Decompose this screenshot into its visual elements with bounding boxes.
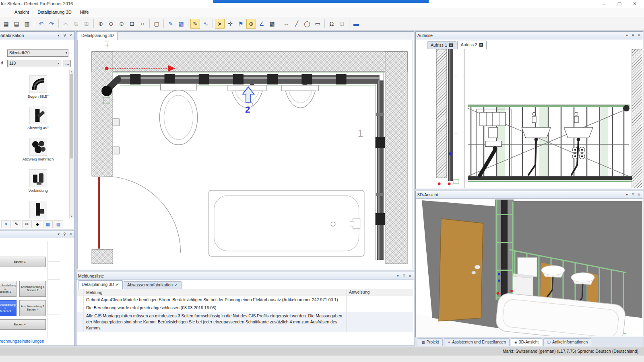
text-field-tool-icon[interactable]: ▬ [351, 19, 361, 29]
panel-pin-icon[interactable]: ⚲ [62, 32, 68, 39]
lock-closed-icon[interactable]: Ω [327, 19, 336, 29]
report-icon[interactable]: ▥ [22, 19, 32, 29]
menu-hilfe[interactable]: Hilfe [76, 8, 93, 16]
elevation-viewport[interactable] [416, 49, 642, 188]
panel-pin-icon[interactable]: ⚲ [401, 272, 407, 280]
close-button[interactable]: ✕ [629, 0, 641, 7]
draw-icon[interactable]: ✎ [12, 220, 21, 228]
panel-pin-icon[interactable]: ⚲ [630, 32, 636, 39]
annotate-icon[interactable]: ✏ [22, 220, 32, 228]
chevron-down-icon: ▾ [66, 50, 67, 56]
minimize-button[interactable]: – [598, 0, 610, 7]
edit-tool-icon[interactable]: ✎ [190, 19, 200, 29]
part-icon[interactable]: ◆ [33, 220, 42, 228]
line-tool-icon[interactable]: ╱ [292, 19, 301, 29]
flag-tool-icon[interactable]: ⚑ [236, 19, 246, 29]
zoom-fit-icon[interactable]: ⊡ [127, 19, 137, 29]
panel-close-icon[interactable]: ✕ [68, 32, 74, 39]
zoom-previous-icon[interactable]: ○ [138, 19, 147, 29]
tab-3d-ansicht[interactable]: ◈3D-Ansicht [511, 338, 542, 346]
tab-aufriss-2[interactable]: Aufriss 2✕ [457, 41, 487, 49]
zoom-window-icon[interactable]: ⊙ [117, 19, 126, 29]
table-row[interactable]: Geberit AquaClean Modelle benötigen Stro… [77, 296, 413, 304]
panel-close-icon[interactable]: ✕ [636, 32, 642, 39]
schematic-node[interactable]: Becken 1 [0, 257, 46, 267]
schematic-node[interactable]: Anschlussleitung 1Becken 2 [19, 281, 46, 297]
list-item[interactable]: Abzweig 45° [17, 107, 59, 130]
list-item[interactable]: Abzweig mehrfach [17, 138, 59, 161]
table-row[interactable]: Die Berechnung wurde erfolgreich abgesch… [77, 304, 413, 312]
scroll-up-icon[interactable]: ▲ [70, 70, 74, 74]
zoom-selection-icon[interactable]: ⊕ [246, 19, 256, 29]
pipe-system-dropdown[interactable]: Silent-db20▾ [7, 49, 68, 57]
ellipse-tool-icon[interactable]: ◯ [302, 19, 312, 29]
list-item[interactable]: Bogen 88.5° [17, 75, 59, 99]
diameter-dropdown[interactable]: 110▾ [7, 60, 60, 67]
close-tab-icon[interactable]: ✕ [479, 43, 483, 47]
paste-icon[interactable]: ⊞ [82, 19, 91, 29]
selection-marquee-icon[interactable]: ▢ [152, 19, 161, 29]
browse-button[interactable]: … [64, 60, 71, 67]
move-tool-icon[interactable]: ✛ [225, 19, 235, 29]
project-icon: ▦ [421, 340, 425, 344]
zoom-out-icon[interactable]: ⊖ [106, 19, 116, 29]
pointer-tool-icon[interactable]: ➤ [215, 19, 225, 29]
close-tab-icon[interactable]: ✕ [449, 43, 453, 47]
tab-assistenten-und-einstellungen[interactable]: ✦Assistenten und Einstellungen [444, 338, 510, 346]
panel-menu-icon[interactable]: ▾ [624, 32, 630, 39]
tab-aufriss-1[interactable]: Aufriss 1✕ [427, 41, 456, 49]
plan-canvas[interactable]: 2 1 [77, 40, 413, 269]
menu-detailplanung-3d[interactable]: Detailplanung 3D [34, 8, 75, 16]
redo-icon[interactable]: ↷ [47, 19, 56, 29]
panel-menu-icon[interactable]: ▾ [624, 191, 630, 198]
scroll-down-icon[interactable]: ▼ [70, 214, 74, 218]
messages-tab-detailplanung[interactable]: Detailplanung 3D✔ [78, 280, 123, 289]
rectangle-tool-icon[interactable]: ▭ [313, 19, 322, 29]
panel-menu-icon[interactable]: ▾ [395, 272, 401, 280]
schematic-node[interactable]: Anschlussleitung 1Becken 1 [0, 281, 17, 297]
status-market-language: Markt: Switzerland (german) (L17.7.75) S… [503, 349, 638, 354]
schematic-node[interactable]: Becken 4 [0, 319, 46, 330]
dimension-tool-icon[interactable]: ↔ [281, 19, 291, 29]
redline-icon[interactable]: ✎ [166, 19, 175, 29]
connect-tool-icon[interactable]: ∿ [201, 19, 211, 29]
group-tool-icon[interactable]: ▩ [267, 19, 277, 29]
measure-tool-icon[interactable]: ∠ [257, 19, 266, 29]
save-icon[interactable]: ▦ [1, 19, 11, 29]
panel-close-icon[interactable]: ✕ [636, 191, 642, 198]
panel-close-icon[interactable]: ✕ [68, 230, 74, 238]
panel-close-icon[interactable]: ✕ [407, 272, 413, 280]
cut-icon[interactable]: ✂ [61, 19, 70, 29]
zoom-in-icon[interactable]: ⊕ [96, 19, 105, 29]
list-item[interactable]: Verbindung [17, 169, 59, 193]
panel-menu-icon[interactable]: ▾ [56, 230, 62, 238]
list-item[interactable] [17, 201, 59, 218]
table-row[interactable]: Alle GIS Montageplatten müssen an mindes… [77, 312, 413, 332]
tab-projekt[interactable]: ▦Projekt [418, 338, 443, 346]
scrollbar-thumb[interactable] [70, 74, 73, 158]
panel-pin-icon[interactable]: ⚲ [630, 191, 636, 198]
list-icon[interactable]: ▤ [54, 220, 63, 228]
copy-icon[interactable]: ⧉ [71, 19, 81, 29]
print-icon[interactable]: ▤ [12, 19, 21, 29]
3d-viewport[interactable] [416, 199, 642, 336]
tab-detailplanung-3d[interactable]: Detailplanung 3D [78, 31, 118, 40]
messages-tab-abwasserrohrfabrikation[interactable]: Abwasserrohrfabrikation✔ [124, 281, 182, 289]
menu-ansicht[interactable]: Ansicht [11, 8, 33, 16]
schematic-node[interactable]: Anschlussleitung 1Becken 4 [19, 300, 46, 316]
lock-open-icon[interactable]: Ω [337, 19, 347, 29]
grid-icon[interactable]: ▦ [43, 220, 53, 228]
filter-icon[interactable]: ▾ [1, 220, 11, 228]
catalog-panel-title: Abwasserrohrfabrikation [0, 32, 24, 39]
undo-icon[interactable]: ↶ [36, 19, 46, 29]
calculation-settings-link[interactable]: Berechnungseinstellungen [0, 339, 44, 343]
tab-artikelinformationen[interactable]: ⓘArtikelinformationen [543, 338, 591, 346]
schematic-node-selected[interactable]: Anschlussleitung 1Becken 3 [0, 300, 17, 316]
panel-menu-icon[interactable]: ▾ [56, 32, 62, 39]
panel-pin-icon[interactable]: ⚲ [62, 230, 68, 238]
maximize-button[interactable]: ▢ [613, 0, 625, 7]
catalog-list[interactable]: Bogen 88.5° Abzweig 45° Abzweig mehrfach [1, 70, 74, 218]
schematic-canvas[interactable]: Becken 1 Anschlussleitung 1Becken 1 Ansc… [0, 238, 74, 346]
hatch-tool-icon[interactable]: ▨ [176, 19, 186, 29]
catalog-scrollbar[interactable]: ▲ ▼ [69, 70, 74, 218]
